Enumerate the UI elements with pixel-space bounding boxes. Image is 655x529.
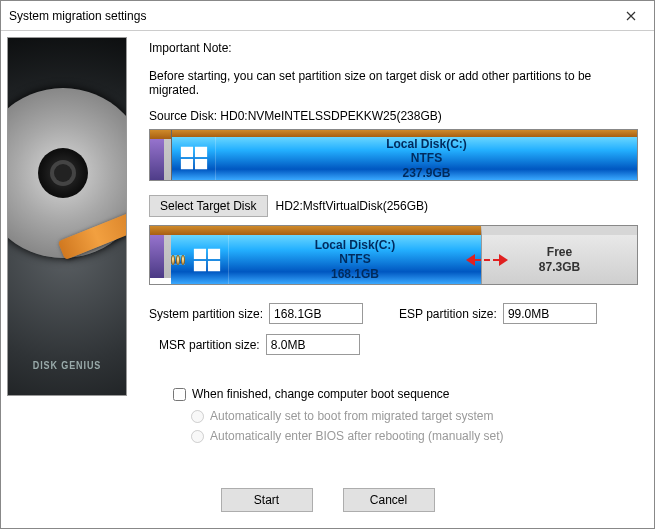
resize-handle-left[interactable] xyxy=(171,255,185,265)
system-size-label: System partition size: xyxy=(149,307,263,321)
free-label-text: Free xyxy=(539,245,580,259)
sidebar-image: DISK GENIUS xyxy=(7,37,127,396)
partition-size-row1: System partition size: ESP partition siz… xyxy=(149,303,638,324)
close-icon xyxy=(626,11,636,21)
boot-options: When finished, change computer boot sequ… xyxy=(173,387,638,449)
svg-rect-4 xyxy=(193,248,205,258)
msr-size-input[interactable] xyxy=(266,334,360,355)
source-stub-partitions xyxy=(150,130,171,180)
footer: Start Cancel xyxy=(1,478,654,528)
source-disk-bar: Local Disk(C:) NTFS 237.9GB xyxy=(149,129,638,181)
target-part-size: 168.1GB xyxy=(229,267,481,281)
target-part-fs: NTFS xyxy=(229,252,481,266)
resize-arrow-icon xyxy=(466,254,508,266)
dialog-body: DISK GENIUS Important Note: Before start… xyxy=(1,31,654,478)
windows-logo-icon xyxy=(185,235,229,284)
source-part-size: 237.9GB xyxy=(216,166,637,180)
start-button[interactable]: Start xyxy=(221,488,313,512)
boot-auto-label: Automatically set to boot from migrated … xyxy=(210,409,493,423)
system-size-input[interactable] xyxy=(269,303,363,324)
boot-auto-radio xyxy=(191,410,204,423)
svg-rect-2 xyxy=(180,159,192,169)
boot-bios-radio xyxy=(191,430,204,443)
brand-text: DISK GENIUS xyxy=(14,360,120,371)
free-size-text: 87.3GB xyxy=(539,260,580,274)
window-title: System migration settings xyxy=(9,9,146,23)
source-part-name: Local Disk(C:) xyxy=(216,137,637,151)
note-description: Before starting, you can set partition s… xyxy=(149,69,638,97)
svg-rect-3 xyxy=(194,159,206,169)
target-disk-bar: Local Disk(C:) NTFS 168.1GB Free 87.3GB xyxy=(149,225,638,285)
windows-logo-icon xyxy=(172,137,216,180)
target-select-row: Select Target Disk HD2:MsftVirtualDisk(2… xyxy=(149,195,638,217)
cancel-button[interactable]: Cancel xyxy=(343,488,435,512)
source-disk-line: Source Disk: HD0:NVMeINTELSSDPEKKW25(238… xyxy=(149,109,638,123)
svg-rect-1 xyxy=(194,147,206,157)
source-disk-prefix: Source Disk: xyxy=(149,109,220,123)
source-partition-label: Local Disk(C:) NTFS 237.9GB xyxy=(216,137,637,180)
source-partition-c: Local Disk(C:) NTFS 237.9GB xyxy=(171,130,637,180)
boot-bios-label: Automatically enter BIOS after rebooting… xyxy=(210,429,503,443)
free-space-region[interactable]: Free 87.3GB xyxy=(481,226,637,284)
svg-rect-7 xyxy=(207,260,219,270)
change-boot-sequence-label: When finished, change computer boot sequ… xyxy=(192,387,450,401)
target-partition-label: Local Disk(C:) NTFS 168.1GB xyxy=(229,238,481,281)
svg-rect-0 xyxy=(180,147,192,157)
esp-size-input[interactable] xyxy=(503,303,597,324)
target-partition-c[interactable]: Local Disk(C:) NTFS 168.1GB xyxy=(171,226,481,284)
source-disk-value: HD0:NVMeINTELSSDPEKKW25(238GB) xyxy=(220,109,441,123)
select-target-disk-button[interactable]: Select Target Disk xyxy=(149,195,268,217)
dialog-window: System migration settings DISK GENIUS Im… xyxy=(0,0,655,529)
important-note-heading: Important Note: xyxy=(149,41,638,55)
svg-rect-5 xyxy=(207,248,219,258)
target-disk-value: HD2:MsftVirtualDisk(256GB) xyxy=(276,199,428,213)
main-panel: Important Note: Before starting, you can… xyxy=(133,37,648,472)
svg-rect-6 xyxy=(193,260,205,270)
partition-size-row2: MSR partition size: xyxy=(149,334,638,355)
esp-size-label: ESP partition size: xyxy=(399,307,497,321)
change-boot-sequence-checkbox[interactable] xyxy=(173,388,186,401)
close-button[interactable] xyxy=(608,1,654,31)
target-part-name: Local Disk(C:) xyxy=(229,238,481,252)
source-part-fs: NTFS xyxy=(216,151,637,165)
titlebar: System migration settings xyxy=(1,1,654,31)
msr-size-label: MSR partition size: xyxy=(159,338,260,352)
target-stub-partitions xyxy=(150,226,171,284)
